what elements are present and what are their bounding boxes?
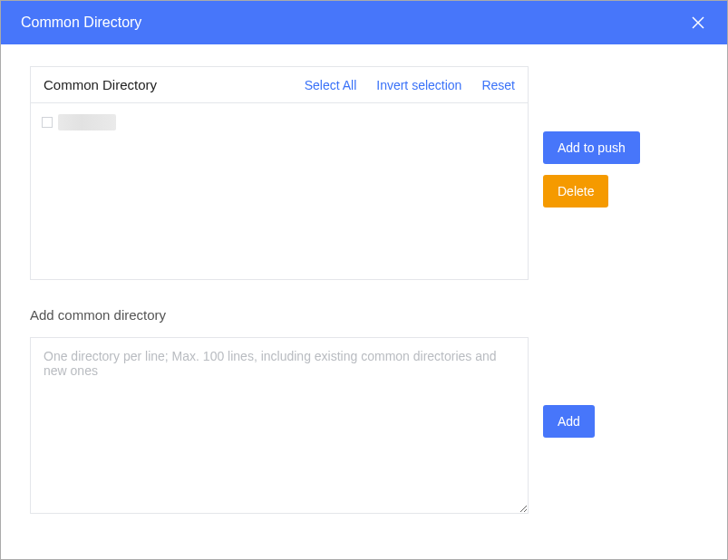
directory-panel: Common Directory Select All Invert selec… bbox=[30, 66, 529, 280]
delete-button[interactable]: Delete bbox=[543, 175, 608, 208]
list-item-checkbox[interactable] bbox=[42, 117, 53, 128]
add-directory-label: Add common directory bbox=[30, 307, 529, 323]
bottom-section: Add common directory Add bbox=[30, 307, 698, 517]
select-all-action[interactable]: Select All bbox=[305, 78, 357, 92]
add-directory-textarea[interactable] bbox=[30, 337, 529, 514]
top-section: Common Directory Select All Invert selec… bbox=[30, 66, 698, 280]
list-item-label bbox=[58, 114, 116, 130]
dialog-body: Common Directory Select All Invert selec… bbox=[1, 44, 727, 539]
list-item bbox=[42, 112, 517, 132]
add-to-push-button[interactable]: Add to push bbox=[543, 131, 640, 164]
add-directory-section: Add common directory bbox=[30, 307, 529, 517]
dialog-header: Common Directory bbox=[1, 1, 727, 44]
add-button[interactable]: Add bbox=[543, 405, 595, 438]
close-button[interactable] bbox=[689, 14, 707, 32]
panel-actions: Select All Invert selection Reset bbox=[305, 78, 515, 92]
reset-action[interactable]: Reset bbox=[481, 78, 515, 92]
bottom-right: Add bbox=[543, 307, 595, 438]
invert-selection-action[interactable]: Invert selection bbox=[376, 78, 461, 92]
side-buttons: Add to push Delete bbox=[543, 66, 640, 208]
panel-title: Common Directory bbox=[44, 77, 305, 92]
panel-list bbox=[31, 103, 528, 279]
dialog-title: Common Directory bbox=[21, 14, 141, 31]
panel-header: Common Directory Select All Invert selec… bbox=[31, 67, 528, 103]
close-icon bbox=[691, 15, 705, 30]
